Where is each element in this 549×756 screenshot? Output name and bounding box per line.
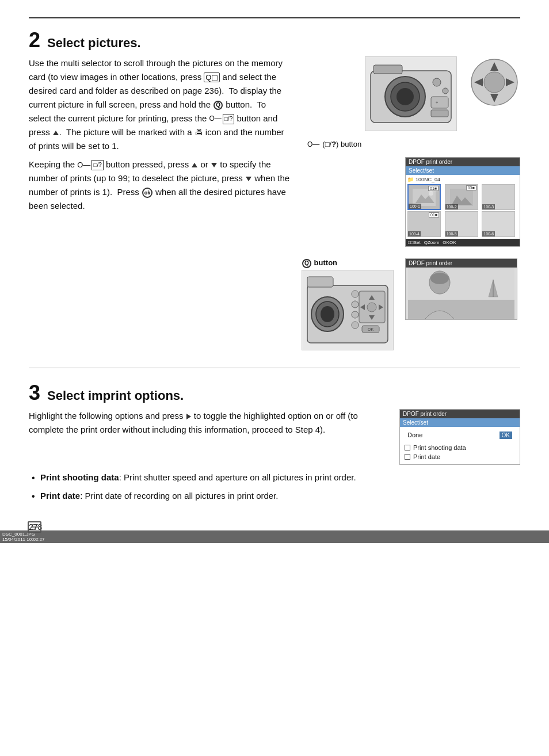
svg-point-11	[484, 72, 505, 93]
dpof2-date: 15/04/2011 10:02:27	[2, 537, 547, 542]
memo-icon	[28, 521, 41, 533]
svg-text:+: +	[436, 100, 439, 105]
checkbox-empty-2	[405, 454, 410, 460]
dpof-thumb-label-6: 100-6	[482, 231, 495, 236]
bullet-1-text: : Print shutter speed and aperture on al…	[119, 472, 356, 482]
thumb-img-2	[450, 189, 473, 206]
checkbox-empty-1	[405, 445, 410, 450]
thumb-img-1	[413, 189, 436, 206]
button-label-row: O― (□/?) button	[307, 140, 361, 148]
dpof3-done-label: Done	[407, 432, 422, 439]
svg-text:OK: OK	[368, 327, 373, 331]
top-border	[29, 17, 520, 18]
full-text: Keeping the O― □/? button pressed, press…	[29, 158, 290, 213]
step3-title: Select imprint options.	[47, 388, 184, 403]
dpof1-header: DPOF print order	[406, 158, 520, 166]
q-icon: Q	[214, 101, 223, 110]
section-divider	[29, 368, 520, 368]
dpof1-folder: 100NC_04	[415, 177, 440, 182]
button-label-text: (□/?) button	[322, 140, 361, 148]
dpof3-ok-badge: OK	[500, 432, 512, 439]
dpof-screen-1: DPOF print order Select/set 📁 100NC_04	[405, 157, 520, 247]
protect-key-icon: O―	[307, 140, 319, 148]
triangle-up-icon	[53, 131, 59, 135]
triangle-right-icon	[186, 414, 191, 419]
dpof-thumb-2: 03■ 100-2	[445, 184, 478, 210]
camera-box: +	[365, 56, 457, 131]
svg-point-37	[352, 322, 359, 329]
triangle-down-2-icon	[246, 177, 251, 181]
directional-pad-svg	[468, 56, 520, 108]
q-label-icon: Q	[302, 259, 311, 268]
ok-icon: ok	[142, 188, 152, 198]
dpof3-option-1-label: Print shooting data	[413, 444, 466, 451]
svg-rect-40	[408, 300, 514, 319]
camera-side-svg: OK	[304, 271, 391, 349]
svg-rect-7	[431, 97, 448, 108]
dpof3-subheader: Select/set	[400, 418, 520, 427]
step2-text: Use the multi selector to scroll through…	[29, 56, 290, 350]
svg-point-44	[430, 273, 449, 284]
dpof2-image-svg	[408, 268, 514, 319]
dpof-thumb-6: 100-6	[482, 211, 515, 237]
memo-svg	[30, 523, 39, 531]
dpof-screen-2: DPOF print order	[405, 258, 517, 320]
step3-content: Highlight the following options and pres…	[29, 409, 520, 465]
dpof-footer-set: □□Set	[408, 240, 421, 245]
dpof-thumb-count-4: 01■	[429, 212, 439, 217]
camera-svg: +	[368, 59, 454, 128]
svg-point-35	[352, 301, 359, 308]
multi-selector-diagram	[468, 56, 520, 110]
dpof-thumb-label-3: 100-3	[482, 204, 495, 209]
step2-content: Use the multi selector to scroll through…	[29, 56, 520, 350]
triangle-down-icon	[211, 163, 217, 167]
bullet-item-2: Print date: Print date of recording on a…	[29, 489, 520, 503]
step3-text-block: Highlight the following options and pres…	[29, 409, 382, 437]
q-button-label: Q button	[302, 258, 394, 268]
svg-rect-9	[431, 110, 448, 117]
dpof2-filename: DSC_0001.JPG	[2, 532, 547, 537]
svg-point-36	[352, 311, 359, 318]
dpof-footer-ok: OKOK	[443, 240, 456, 245]
dpof-thumb-3: 100-3	[482, 184, 515, 210]
dpof-thumb-1: 01■ 100-1	[407, 184, 441, 210]
step3-bullet-list: Print shooting data: Print shutter speed…	[29, 471, 520, 503]
dpof-thumb-label-1: 100-1	[409, 204, 421, 209]
step2-header: 2 Select pictures.	[29, 30, 520, 51]
svg-point-18	[429, 191, 433, 196]
step2-images: +	[302, 56, 520, 350]
dpof-thumb-label-2: 100-2	[445, 204, 458, 209]
dpof-thumb-label-5: 100-5	[445, 231, 458, 236]
triangle-up-2-icon	[192, 163, 197, 167]
step2-number: 2	[29, 30, 40, 51]
dpof3-header: DPOF print order	[400, 410, 520, 418]
svg-rect-1	[373, 65, 402, 74]
dpof2-info: DSC_0001.JPG 15/04/2011 10:02:27	[0, 530, 549, 543]
svg-point-25	[321, 306, 334, 322]
dpof-screen-3: DPOF print order Select/set Done OK Prin…	[399, 409, 520, 465]
dpof3-option-2-label: Print date	[413, 453, 440, 460]
camera-top-view: +	[365, 56, 457, 131]
step2-title: Select pictures.	[47, 36, 141, 51]
dpof-thumb-count-1: 01■	[428, 186, 439, 191]
svg-point-4	[396, 88, 414, 105]
page-container: 2 Select pictures. Use the multi selecto…	[0, 0, 549, 543]
dpof2-inner	[406, 268, 517, 319]
dpof-footer-zoom: QZoom	[424, 240, 440, 245]
dpof-thumb-count-2: 03■	[466, 185, 476, 190]
bullet-2-text: : Print date of recording on all picture…	[80, 491, 278, 501]
q-button-group: Q button	[302, 258, 394, 350]
svg-point-34	[352, 291, 359, 297]
bullet-item-1: Print shooting data: Print shutter speed…	[29, 471, 520, 484]
svg-rect-39	[408, 268, 514, 300]
step3-header: 3 Select imprint options.	[29, 383, 520, 403]
dpof1-grid: 01■ 100-1	[407, 184, 518, 237]
bullet-1-bold: Print shooting data	[40, 472, 119, 482]
dpof3-option-2: Print date	[405, 452, 515, 461]
dpof1-folder-row: 📁 100NC_04	[407, 177, 518, 182]
dpof3-body: Done OK Print shooting data Print date	[400, 427, 520, 464]
svg-point-5	[433, 78, 441, 86]
svg-rect-16	[413, 189, 436, 206]
dpof-thumb-4: 01■ 100-4	[407, 211, 441, 237]
svg-point-31	[367, 303, 376, 312]
